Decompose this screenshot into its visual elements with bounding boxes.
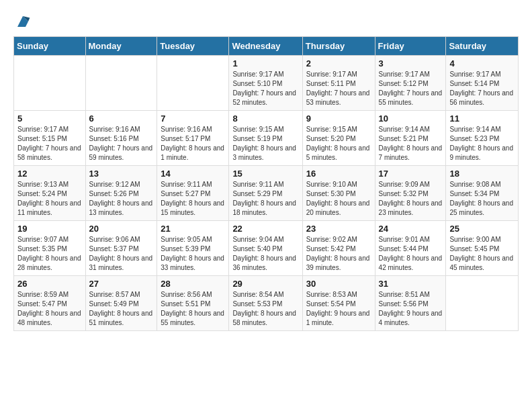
logo xyxy=(13,13,31,30)
calendar-cell: 31Sunrise: 8:51 AM Sunset: 5:56 PM Dayli… xyxy=(375,276,446,331)
day-info: Sunrise: 9:15 AM Sunset: 5:19 PM Dayligh… xyxy=(232,125,298,163)
day-info: Sunrise: 9:05 AM Sunset: 5:39 PM Dayligh… xyxy=(161,235,225,273)
day-info: Sunrise: 9:14 AM Sunset: 5:23 PM Dayligh… xyxy=(449,125,515,163)
day-number: 2 xyxy=(306,58,371,68)
header-cell-sunday: Sunday xyxy=(14,37,86,56)
calendar-cell: 26Sunrise: 8:59 AM Sunset: 5:47 PM Dayli… xyxy=(14,276,86,331)
day-number: 3 xyxy=(379,58,443,68)
day-number: 20 xyxy=(89,224,154,234)
day-info: Sunrise: 9:00 AM Sunset: 5:45 PM Dayligh… xyxy=(449,235,515,273)
day-info: Sunrise: 9:02 AM Sunset: 5:42 PM Dayligh… xyxy=(306,235,371,273)
day-info: Sunrise: 9:10 AM Sunset: 5:30 PM Dayligh… xyxy=(306,180,371,218)
day-number: 22 xyxy=(232,224,298,234)
day-info: Sunrise: 9:16 AM Sunset: 5:16 PM Dayligh… xyxy=(89,125,154,163)
day-info: Sunrise: 9:01 AM Sunset: 5:44 PM Dayligh… xyxy=(379,235,443,273)
day-info: Sunrise: 9:17 AM Sunset: 5:14 PM Dayligh… xyxy=(449,70,515,107)
day-number: 5 xyxy=(17,113,82,124)
day-number: 19 xyxy=(17,224,82,234)
day-info: Sunrise: 8:59 AM Sunset: 5:47 PM Dayligh… xyxy=(17,290,82,328)
week-row-3: 12Sunrise: 9:13 AM Sunset: 5:24 PM Dayli… xyxy=(14,166,519,221)
day-info: Sunrise: 9:12 AM Sunset: 5:26 PM Dayligh… xyxy=(89,180,154,218)
day-number: 8 xyxy=(232,113,298,124)
day-number: 30 xyxy=(306,279,371,289)
day-number: 28 xyxy=(161,279,225,289)
calendar-cell: 16Sunrise: 9:10 AM Sunset: 5:30 PM Dayli… xyxy=(302,166,375,221)
header-cell-wednesday: Wednesday xyxy=(229,37,302,56)
day-number: 26 xyxy=(17,279,82,289)
day-number: 13 xyxy=(89,169,154,179)
day-info: Sunrise: 9:07 AM Sunset: 5:35 PM Dayligh… xyxy=(17,235,82,273)
day-number: 15 xyxy=(232,169,298,179)
day-info: Sunrise: 9:17 AM Sunset: 5:10 PM Dayligh… xyxy=(232,70,298,107)
calendar-cell: 20Sunrise: 9:06 AM Sunset: 5:37 PM Dayli… xyxy=(85,221,157,276)
calendar-cell: 19Sunrise: 9:07 AM Sunset: 5:35 PM Dayli… xyxy=(14,221,86,276)
day-number: 12 xyxy=(17,169,82,179)
calendar-cell: 13Sunrise: 9:12 AM Sunset: 5:26 PM Dayli… xyxy=(85,166,157,221)
day-number: 1 xyxy=(232,58,298,68)
day-number: 21 xyxy=(161,224,225,234)
day-number: 11 xyxy=(449,113,515,124)
day-number: 17 xyxy=(379,169,443,179)
calendar-cell xyxy=(157,56,229,111)
calendar-cell: 4Sunrise: 9:17 AM Sunset: 5:14 PM Daylig… xyxy=(446,56,519,111)
calendar-cell: 2Sunrise: 9:17 AM Sunset: 5:11 PM Daylig… xyxy=(302,56,375,111)
calendar-cell: 11Sunrise: 9:14 AM Sunset: 5:23 PM Dayli… xyxy=(446,111,519,166)
calendar-cell: 27Sunrise: 8:57 AM Sunset: 5:49 PM Dayli… xyxy=(85,276,157,331)
day-info: Sunrise: 9:17 AM Sunset: 5:11 PM Dayligh… xyxy=(306,70,371,107)
day-info: Sunrise: 9:15 AM Sunset: 5:20 PM Dayligh… xyxy=(306,125,371,163)
day-number: 10 xyxy=(379,113,443,124)
calendar-cell xyxy=(85,56,157,111)
calendar-cell: 5Sunrise: 9:17 AM Sunset: 5:15 PM Daylig… xyxy=(14,111,86,166)
day-number: 6 xyxy=(89,113,154,124)
calendar-cell: 18Sunrise: 9:08 AM Sunset: 5:34 PM Dayli… xyxy=(446,166,519,221)
calendar-cell xyxy=(446,276,519,331)
header-cell-tuesday: Tuesday xyxy=(157,37,229,56)
day-info: Sunrise: 9:11 AM Sunset: 5:27 PM Dayligh… xyxy=(161,180,225,218)
day-number: 16 xyxy=(306,169,371,179)
day-number: 9 xyxy=(306,113,371,124)
calendar-table: SundayMondayTuesdayWednesdayThursdayFrid… xyxy=(13,36,519,331)
calendar-cell: 1Sunrise: 9:17 AM Sunset: 5:10 PM Daylig… xyxy=(229,56,302,111)
calendar-body: 1Sunrise: 9:17 AM Sunset: 5:10 PM Daylig… xyxy=(14,56,519,331)
page-header xyxy=(13,13,519,30)
day-number: 23 xyxy=(306,224,371,234)
day-number: 25 xyxy=(449,224,515,234)
logo-icon xyxy=(15,13,31,30)
day-info: Sunrise: 9:09 AM Sunset: 5:32 PM Dayligh… xyxy=(379,180,443,218)
calendar-header: SundayMondayTuesdayWednesdayThursdayFrid… xyxy=(14,37,519,56)
day-info: Sunrise: 8:51 AM Sunset: 5:56 PM Dayligh… xyxy=(379,290,443,328)
week-row-1: 1Sunrise: 9:17 AM Sunset: 5:10 PM Daylig… xyxy=(14,56,519,111)
header-cell-friday: Friday xyxy=(375,37,446,56)
day-info: Sunrise: 9:13 AM Sunset: 5:24 PM Dayligh… xyxy=(17,180,82,218)
calendar-cell: 30Sunrise: 8:53 AM Sunset: 5:54 PM Dayli… xyxy=(302,276,375,331)
day-number: 7 xyxy=(161,113,225,124)
calendar-cell xyxy=(14,56,86,111)
day-info: Sunrise: 8:57 AM Sunset: 5:49 PM Dayligh… xyxy=(89,290,154,328)
day-info: Sunrise: 9:17 AM Sunset: 5:15 PM Dayligh… xyxy=(17,125,82,163)
day-info: Sunrise: 9:04 AM Sunset: 5:40 PM Dayligh… xyxy=(232,235,298,273)
calendar-cell: 25Sunrise: 9:00 AM Sunset: 5:45 PM Dayli… xyxy=(446,221,519,276)
day-info: Sunrise: 9:16 AM Sunset: 5:17 PM Dayligh… xyxy=(161,125,225,163)
calendar-cell: 8Sunrise: 9:15 AM Sunset: 5:19 PM Daylig… xyxy=(229,111,302,166)
header-cell-monday: Monday xyxy=(85,37,157,56)
day-number: 29 xyxy=(232,279,298,289)
calendar-cell: 7Sunrise: 9:16 AM Sunset: 5:17 PM Daylig… xyxy=(157,111,229,166)
week-row-4: 19Sunrise: 9:07 AM Sunset: 5:35 PM Dayli… xyxy=(14,221,519,276)
calendar-cell: 12Sunrise: 9:13 AM Sunset: 5:24 PM Dayli… xyxy=(14,166,86,221)
calendar-cell: 6Sunrise: 9:16 AM Sunset: 5:16 PM Daylig… xyxy=(85,111,157,166)
header-cell-saturday: Saturday xyxy=(446,37,519,56)
calendar-cell: 14Sunrise: 9:11 AM Sunset: 5:27 PM Dayli… xyxy=(157,166,229,221)
day-info: Sunrise: 9:06 AM Sunset: 5:37 PM Dayligh… xyxy=(89,235,154,273)
calendar-cell: 22Sunrise: 9:04 AM Sunset: 5:40 PM Dayli… xyxy=(229,221,302,276)
calendar-cell: 28Sunrise: 8:56 AM Sunset: 5:51 PM Dayli… xyxy=(157,276,229,331)
calendar-cell: 24Sunrise: 9:01 AM Sunset: 5:44 PM Dayli… xyxy=(375,221,446,276)
day-info: Sunrise: 9:08 AM Sunset: 5:34 PM Dayligh… xyxy=(449,180,515,218)
week-row-2: 5Sunrise: 9:17 AM Sunset: 5:15 PM Daylig… xyxy=(14,111,519,166)
day-info: Sunrise: 9:14 AM Sunset: 5:21 PM Dayligh… xyxy=(379,125,443,163)
day-info: Sunrise: 8:54 AM Sunset: 5:53 PM Dayligh… xyxy=(232,290,298,328)
calendar-cell: 15Sunrise: 9:11 AM Sunset: 5:29 PM Dayli… xyxy=(229,166,302,221)
day-info: Sunrise: 9:17 AM Sunset: 5:12 PM Dayligh… xyxy=(379,70,443,107)
header-cell-thursday: Thursday xyxy=(302,37,375,56)
calendar-cell: 9Sunrise: 9:15 AM Sunset: 5:20 PM Daylig… xyxy=(302,111,375,166)
day-number: 31 xyxy=(379,279,443,289)
